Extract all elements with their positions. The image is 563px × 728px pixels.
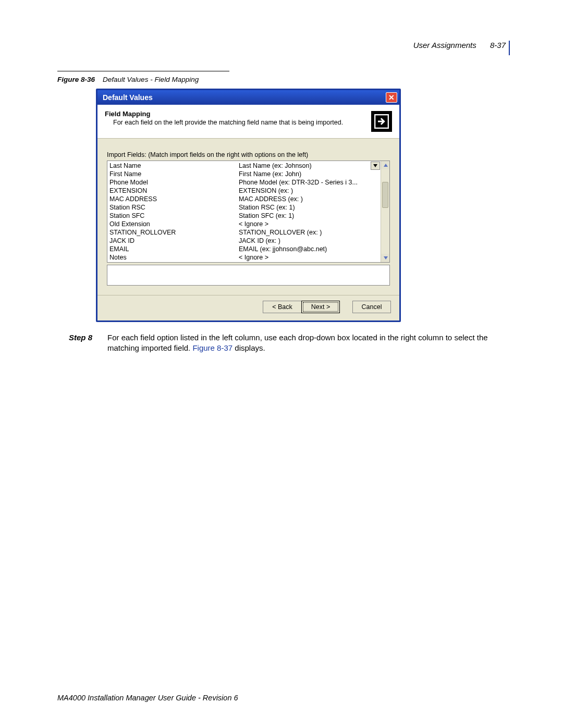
mapped-value-cell[interactable]: First Name (ex: John) <box>238 170 380 178</box>
details-box <box>107 265 390 286</box>
mapped-value-cell[interactable]: Station RSC (ex: 1) <box>238 203 380 212</box>
table-row[interactable]: JACK IDJACK ID (ex: ) <box>109 237 380 245</box>
table-row[interactable]: Notes< Ignore > <box>109 253 380 262</box>
table-row[interactable]: Phone ModelPhone Model (ex: DTR-32D - Se… <box>109 178 380 187</box>
header-page-number: 8-37 <box>490 41 506 50</box>
mapped-value-cell[interactable]: < Ignore > <box>238 220 380 228</box>
table-row[interactable]: Station SFCStation SFC (ex: 1) <box>109 212 380 220</box>
wizard-header-description: For each field on the left provide the m… <box>113 119 366 126</box>
step-text-part-2: displays. <box>232 343 265 352</box>
field-name-cell: STATION_ROLLOVER <box>109 228 238 237</box>
field-name-cell: Station RSC <box>109 203 238 212</box>
wizard-header-title: Field Mapping <box>105 110 366 118</box>
chevron-down-icon <box>373 164 377 167</box>
scroll-thumb[interactable] <box>382 182 388 208</box>
back-button[interactable]: < Back <box>263 301 301 313</box>
cancel-button[interactable]: Cancel <box>352 301 391 313</box>
import-fields-label: Import Fields: (Match import fields on t… <box>107 151 390 158</box>
mapped-value-cell[interactable]: < Ignore > <box>238 253 380 262</box>
table-row[interactable]: STATION_ROLLOVERSTATION_ROLLOVER (ex: ) <box>109 228 380 237</box>
mapped-value-cell[interactable]: STATION_ROLLOVER (ex: ) <box>238 228 380 237</box>
wizard-header: Field Mapping For each field on the left… <box>97 105 399 139</box>
table-row[interactable]: Station RSCStation RSC (ex: 1) <box>109 203 380 212</box>
page-footer: MA4000 Installation Manager User Guide -… <box>57 694 238 702</box>
table-row[interactable]: First NameFirst Name (ex: John) <box>109 170 380 178</box>
header-section-title: User Assignments <box>413 41 476 50</box>
mapped-value-cell[interactable]: EXTENSION (ex: ) <box>238 187 380 195</box>
figure-reference[interactable]: Figure 8-37 <box>192 343 232 352</box>
mapped-value-cell[interactable]: Last Name (ex: Johnson) <box>238 162 380 170</box>
wizard-icon <box>371 111 392 132</box>
mapped-value-cell[interactable]: Station SFC (ex: 1) <box>238 212 380 220</box>
figure-caption: Figure 8-36 Default Values - Field Mappi… <box>57 76 506 83</box>
step-8-block: Step 8 For each field option listed in t… <box>69 332 506 354</box>
field-name-cell: Phone Model <box>109 178 238 187</box>
field-name-cell: Last Name <box>109 162 238 170</box>
close-icon: ✕ <box>388 93 395 102</box>
field-name-cell: Notes <box>109 253 238 262</box>
step-label: Step 8 <box>69 332 107 354</box>
table-row[interactable]: MAC ADDRESSMAC ADDRESS (ex: ) <box>109 195 380 203</box>
scroll-down-button[interactable] <box>381 254 390 262</box>
table-row[interactable]: Last NameLast Name (ex: Johnson) <box>109 162 380 170</box>
header-rule <box>509 41 510 55</box>
dialog-default-values: Default Values ✕ Field Mapping For each … <box>96 89 401 322</box>
table-row[interactable]: EMAILEMAIL (ex: jjohnson@abc.net) <box>109 245 380 253</box>
close-button[interactable]: ✕ <box>386 92 397 103</box>
figure-caption-rule <box>57 71 229 71</box>
chevron-up-icon <box>384 164 388 167</box>
field-name-cell: Old Extension <box>109 220 238 228</box>
next-button[interactable]: Next > <box>301 301 340 313</box>
field-name-cell: EMAIL <box>109 245 238 253</box>
table-row[interactable]: Old Extension< Ignore > <box>109 220 380 228</box>
field-name-cell: Station SFC <box>109 212 238 220</box>
mapped-value-cell[interactable]: MAC ADDRESS (ex: ) <box>238 195 380 203</box>
step-text: For each field option listed in the left… <box>107 332 506 354</box>
field-name-cell: MAC ADDRESS <box>109 195 238 203</box>
figure-number: Figure 8-36 <box>57 76 95 83</box>
table-row[interactable]: EXTENSIONEXTENSION (ex: ) <box>109 187 380 195</box>
titlebar[interactable]: Default Values ✕ <box>97 90 399 105</box>
arrow-right-box-icon <box>374 114 389 129</box>
mapped-value-cell[interactable]: Phone Model (ex: DTR-32D - Series i 3... <box>238 178 380 187</box>
mapped-value-cell[interactable]: JACK ID (ex: ) <box>238 237 380 245</box>
dropdown-arrow-button[interactable] <box>371 162 380 170</box>
mapped-value-cell[interactable]: EMAIL (ex: jjohnson@abc.net) <box>238 245 380 253</box>
dialog-title: Default Values <box>103 93 386 102</box>
field-name-cell: EXTENSION <box>109 187 238 195</box>
field-name-cell: JACK ID <box>109 237 238 245</box>
field-name-cell: First Name <box>109 170 238 178</box>
figure-title: Default Values - Field Mapping <box>103 76 199 83</box>
step-text-part-1: For each field option listed in the left… <box>107 333 488 352</box>
dialog-footer: < Back Next > Cancel <box>97 295 399 320</box>
page-header: User Assignments 8-37 <box>413 41 506 50</box>
scroll-up-button[interactable] <box>381 161 390 169</box>
grid-scrollbar[interactable] <box>381 161 389 262</box>
field-mapping-grid[interactable]: Last NameLast Name (ex: Johnson)First Na… <box>107 161 390 263</box>
chevron-down-icon <box>384 256 388 260</box>
